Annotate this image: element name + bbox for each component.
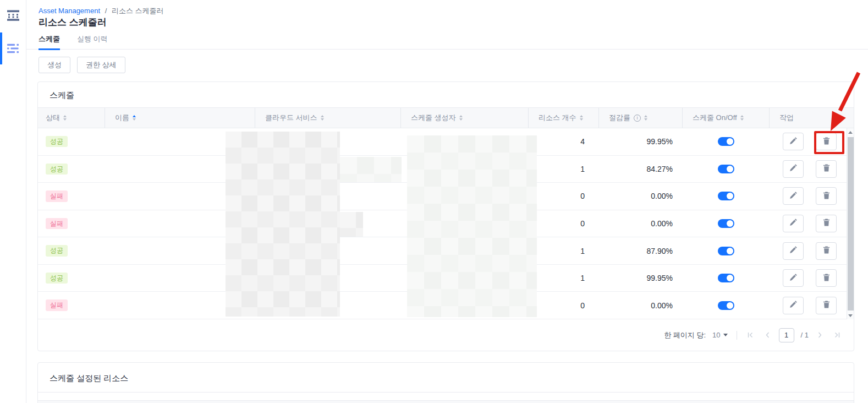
schedule-on-off-toggle[interactable]	[718, 247, 734, 255]
breadcrumb: Asset Management / 리소스 스케줄러	[39, 6, 164, 16]
scrollbar-thumb[interactable]	[848, 137, 854, 311]
scroll-down-icon[interactable]	[847, 312, 854, 319]
saving-rate: 99.95%	[599, 265, 683, 292]
schedule-on-off-toggle[interactable]	[718, 192, 734, 200]
pagination-first-button[interactable]	[746, 330, 756, 341]
redacted-blur	[226, 132, 340, 317]
sidebar-item-asset-grid[interactable]	[7, 10, 19, 22]
status-badge: 성공	[46, 245, 68, 256]
sidebar-item-scheduler[interactable]	[7, 43, 19, 56]
per-page-value: 10	[712, 331, 720, 339]
resource-count: 0	[529, 292, 599, 319]
saving-rate: 0.00%	[599, 292, 683, 319]
info-icon[interactable]	[634, 115, 641, 122]
resource-count: 4	[529, 128, 599, 155]
edit-button[interactable]	[783, 269, 804, 287]
column-header-2[interactable]: 클라우드 서비스	[255, 108, 401, 128]
sort-caret-icon	[580, 115, 583, 121]
column-header-0[interactable]: 상태	[38, 108, 105, 128]
pencil-icon	[789, 164, 797, 173]
pagination-divider	[737, 331, 737, 340]
edit-button[interactable]	[783, 133, 804, 150]
schedule-on-off-toggle[interactable]	[718, 165, 734, 173]
resource-count: 1	[529, 156, 599, 183]
status-badge: 성공	[46, 136, 68, 147]
delete-button[interactable]	[816, 297, 837, 314]
scroll-up-icon[interactable]	[847, 128, 854, 136]
tab-schedule[interactable]: 스케줄	[39, 29, 60, 50]
tab-bar: 스케줄 실행 이력	[26, 29, 868, 50]
sort-caret-icon	[133, 115, 136, 121]
column-header-6[interactable]: 스케줄 On/Off	[683, 108, 770, 128]
table-header-row: 상태 이름 클라우드 서비스 스케줄 생성자 리소스 개수 절감률 스케줄 On…	[38, 107, 854, 128]
edit-button[interactable]	[783, 242, 804, 260]
schedule-panel: 스케줄 상태 이름 클라우드 서비스 스케줄 생성자 리소스 개수 절감률 스케…	[37, 81, 854, 351]
edit-button[interactable]	[783, 215, 804, 232]
saving-rate: 0.00%	[599, 183, 683, 210]
resource-count: 0	[529, 183, 599, 210]
saving-rate: 0.00%	[599, 210, 683, 237]
sort-caret-icon	[63, 115, 67, 121]
pagination-last-button[interactable]	[832, 330, 842, 341]
pencil-icon	[789, 137, 797, 146]
breadcrumb-link-asset-management[interactable]: Asset Management	[39, 7, 100, 15]
trash-icon	[823, 274, 830, 283]
scheduled-resources-panel: 스케줄 설정된 리소스	[37, 362, 854, 403]
delete-button[interactable]	[816, 133, 837, 150]
create-button[interactable]: 생성	[39, 57, 70, 73]
redacted-blur	[407, 135, 537, 317]
schedule-on-off-toggle[interactable]	[718, 301, 734, 310]
column-header-4[interactable]: 리소스 개수	[529, 108, 599, 128]
column-header-1[interactable]: 이름	[105, 108, 255, 128]
pencil-icon	[789, 219, 797, 228]
per-page-select[interactable]: 10	[712, 331, 727, 339]
edit-button[interactable]	[783, 187, 804, 205]
table-scrollbar[interactable]	[847, 128, 854, 319]
page-title: 리소스 스케줄러	[39, 16, 107, 29]
page-number-input[interactable]: 1	[779, 328, 794, 342]
table-grid-icon	[7, 13, 19, 23]
pagination: 한 페이지 당: 10 1 / 1	[38, 319, 854, 351]
pencil-icon	[789, 192, 797, 201]
resource-count: 0	[529, 210, 599, 237]
column-header-3[interactable]: 스케줄 생성자	[401, 108, 529, 128]
per-page-label: 한 페이지 당:	[664, 330, 706, 340]
sort-caret-icon	[740, 115, 744, 121]
redacted-blur	[340, 157, 402, 182]
delete-button[interactable]	[816, 160, 837, 178]
edit-button[interactable]	[783, 297, 804, 314]
delete-button[interactable]	[816, 242, 837, 260]
delete-button[interactable]	[816, 187, 837, 205]
saving-rate: 87.90%	[599, 237, 683, 264]
sort-caret-icon	[321, 115, 324, 121]
status-badge: 성공	[46, 273, 68, 284]
saving-rate: 99.95%	[599, 128, 683, 155]
sort-caret-icon	[644, 115, 647, 121]
column-header-5[interactable]: 절감률	[599, 108, 683, 128]
status-badge: 성공	[46, 164, 68, 175]
column-header-7[interactable]: 작업	[770, 108, 847, 128]
status-badge: 실패	[46, 299, 68, 311]
breadcrumb-current: 리소스 스케줄러	[112, 7, 164, 15]
resource-count: 1	[529, 265, 599, 292]
pencil-icon	[789, 246, 797, 255]
edit-button[interactable]	[783, 160, 804, 178]
main-content: Asset Management / 리소스 스케줄러 리소스 스케줄러 스케줄…	[26, 0, 868, 403]
redacted-blur	[340, 212, 363, 237]
schedule-on-off-toggle[interactable]	[718, 274, 734, 282]
permission-detail-button[interactable]: 권한 상세	[77, 57, 125, 73]
sidebar	[0, 0, 26, 403]
pagination-next-button[interactable]	[815, 330, 825, 341]
total-pages-label: / 1	[801, 331, 809, 339]
sort-caret-icon	[459, 115, 463, 121]
resource-count: 1	[529, 237, 599, 264]
delete-button[interactable]	[816, 269, 837, 287]
pagination-prev-button[interactable]	[762, 330, 772, 341]
sidebar-active-indicator	[0, 32, 2, 64]
delete-button[interactable]	[816, 215, 837, 232]
schedule-on-off-toggle[interactable]	[718, 219, 734, 228]
action-buttons: 생성 권한 상세	[39, 57, 125, 73]
trash-icon	[823, 164, 830, 173]
tab-execution-history[interactable]: 실행 이력	[77, 29, 108, 50]
schedule-on-off-toggle[interactable]	[718, 137, 734, 146]
